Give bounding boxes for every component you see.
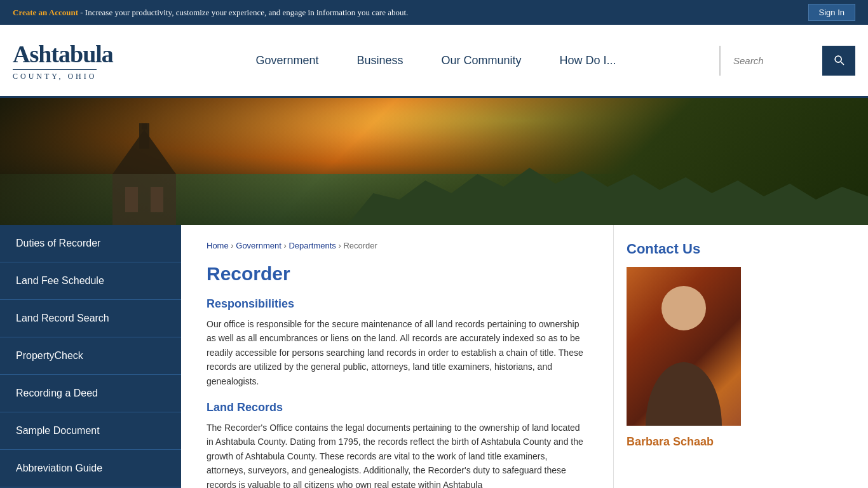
contact-us-title: Contact Us: [627, 241, 778, 257]
search-input[interactable]: [733, 55, 816, 66]
svg-rect-3: [142, 123, 147, 130]
sidebar-item-property-check[interactable]: PropertyCheck: [0, 337, 181, 375]
page-title: Recorder: [207, 263, 588, 285]
banner-message: - Increase your productivity, customize …: [78, 8, 408, 17]
main-content: Home › Government › Departments › Record…: [181, 225, 613, 488]
section-body-responsibilities: Our office is responsible for the secure…: [207, 317, 588, 388]
breadcrumb: Home › Government › Departments › Record…: [207, 241, 588, 250]
hero-church: [87, 123, 201, 225]
breadcrumb-home[interactable]: Home: [207, 241, 229, 250]
breadcrumb-government[interactable]: Government: [236, 241, 281, 250]
search-area: [719, 46, 855, 76]
create-account-link[interactable]: Create an Account: [13, 8, 78, 17]
sidebar-item-recording-a-deed[interactable]: Recording a Deed: [0, 375, 181, 412]
sidebar-item-abbreviation-guide[interactable]: Abbreviation Guide: [0, 450, 181, 487]
svg-rect-4: [125, 187, 138, 212]
sidebar-item-sample-document[interactable]: Sample Document: [0, 412, 181, 450]
section-heading-land-records: Land Records: [207, 401, 588, 414]
svg-rect-0: [112, 174, 176, 225]
nav-how-do-i[interactable]: How Do I...: [560, 54, 616, 67]
main-nav: Government Business Our Community How Do…: [165, 54, 707, 67]
hero-image: [0, 98, 868, 225]
nav-government[interactable]: Government: [255, 54, 318, 67]
search-icon: [832, 53, 845, 66]
sign-in-button[interactable]: Sign In: [808, 4, 855, 21]
right-sidebar: Contact Us Barbara Schaab: [613, 225, 791, 488]
contact-photo: [627, 267, 741, 426]
contact-name: Barbara Schaab: [627, 435, 778, 449]
nav-business[interactable]: Business: [356, 54, 403, 67]
search-button[interactable]: [822, 46, 855, 76]
site-header: Ashtabula COUNTY, OHIO Government Busine…: [0, 25, 868, 98]
nav-our-community[interactable]: Our Community: [442, 54, 522, 67]
content-wrapper: Duties of Recorder Land Fee Schedule Lan…: [0, 225, 868, 488]
breadcrumb-current: Recorder: [343, 241, 377, 250]
logo-title: Ashtabula: [13, 40, 113, 68]
section-body-land-records: The Recorder's Office contains the legal…: [207, 421, 588, 488]
sidebar-item-duties-of-recorder[interactable]: Duties of Recorder: [0, 225, 181, 262]
svg-rect-5: [151, 187, 163, 212]
logo-subtitle: COUNTY, OHIO: [13, 69, 97, 81]
sidebar: Duties of Recorder Land Fee Schedule Lan…: [0, 225, 181, 488]
top-banner: Create an Account - Increase your produc…: [0, 0, 868, 25]
banner-text: Create an Account - Increase your produc…: [13, 8, 408, 18]
section-heading-responsibilities: Responsibilities: [207, 297, 588, 311]
sidebar-item-land-record-search[interactable]: Land Record Search: [0, 300, 181, 337]
sidebar-item-land-fee-schedule[interactable]: Land Fee Schedule: [0, 262, 181, 300]
logo: Ashtabula COUNTY, OHIO: [13, 40, 165, 81]
breadcrumb-departments[interactable]: Departments: [288, 241, 336, 250]
